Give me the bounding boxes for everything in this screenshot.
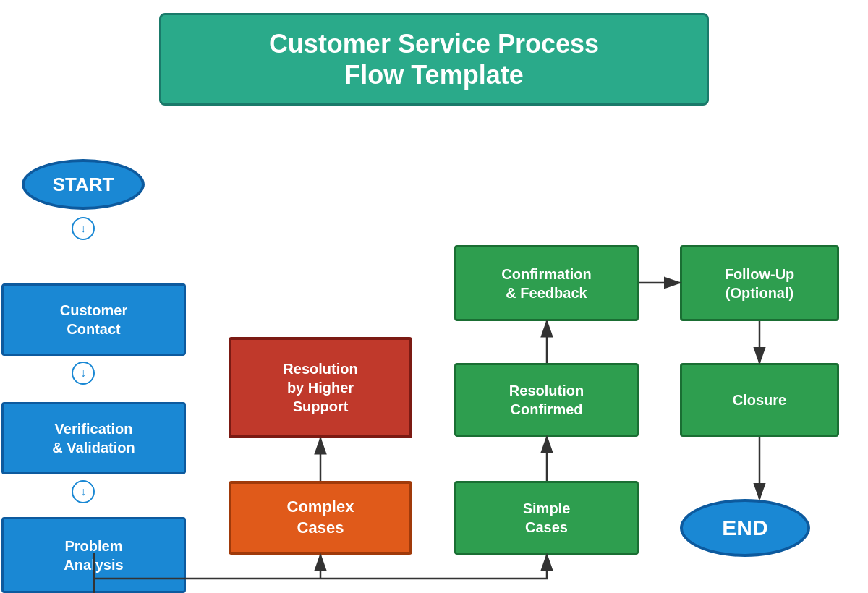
complex-cases-node: ComplexCases	[229, 481, 412, 555]
resolution-confirmed-label: ResolutionConfirmed	[509, 381, 584, 419]
complex-cases-label: ComplexCases	[287, 497, 354, 538]
follow-up-node: Follow-Up(Optional)	[680, 245, 839, 321]
resolution-confirmed-node: ResolutionConfirmed	[454, 363, 639, 437]
arrow-contact-to-verification: ↓	[72, 362, 95, 385]
customer-contact-node: CustomerContact	[1, 283, 186, 356]
end-node: END	[680, 499, 810, 557]
title-text: Customer Service Process Flow Template	[176, 28, 692, 90]
title-box: Customer Service Process Flow Template	[159, 13, 709, 106]
arrow-verification-to-problem: ↓	[72, 480, 95, 503]
start-node: START	[22, 159, 145, 210]
simple-cases-node: SimpleCases	[454, 481, 639, 555]
arrow-start-to-contact: ↓	[72, 217, 95, 240]
title-line1: Customer Service Process	[269, 29, 599, 59]
closure-node: Closure	[680, 363, 839, 437]
customer-contact-label: CustomerContact	[60, 301, 127, 338]
start-label: START	[53, 174, 114, 196]
simple-cases-label: SimpleCases	[523, 499, 571, 537]
title-line2: Flow Template	[344, 60, 523, 90]
problem-analysis-label: ProblemAnalysis	[64, 537, 123, 574]
follow-up-label: Follow-Up(Optional)	[725, 265, 795, 302]
confirmation-feedback-node: Confirmation& Feedback	[454, 245, 639, 321]
verification-validation-node: Verification& Validation	[1, 402, 186, 474]
problem-analysis-node: ProblemAnalysis	[1, 517, 186, 593]
end-label: END	[722, 516, 767, 540]
confirmation-feedback-label: Confirmation& Feedback	[501, 265, 591, 302]
resolution-higher-support-node: Resolutionby HigherSupport	[229, 337, 412, 438]
verification-validation-label: Verification& Validation	[52, 419, 135, 457]
resolution-higher-support-label: Resolutionby HigherSupport	[283, 359, 357, 416]
closure-label: Closure	[733, 391, 786, 409]
